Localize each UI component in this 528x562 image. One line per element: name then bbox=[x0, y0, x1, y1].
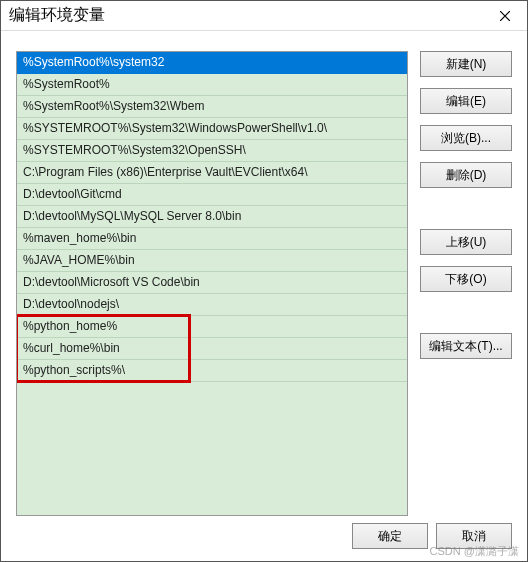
close-icon bbox=[500, 11, 510, 21]
list-item[interactable]: C:\Program Files (x86)\Enterprise Vault\… bbox=[17, 162, 407, 184]
list-item[interactable]: D:\devtool\MySQL\MySQL Server 8.0\bin bbox=[17, 206, 407, 228]
edit-button[interactable]: 编辑(E) bbox=[420, 88, 512, 114]
list-item[interactable]: D:\devtool\nodejs\ bbox=[17, 294, 407, 316]
path-list[interactable]: %SystemRoot%\system32%SystemRoot%%System… bbox=[16, 51, 408, 516]
list-item[interactable]: %SystemRoot%\system32 bbox=[17, 52, 407, 74]
browse-button[interactable]: 浏览(B)... bbox=[420, 125, 512, 151]
edit-text-button[interactable]: 编辑文本(T)... bbox=[420, 333, 512, 359]
cancel-button[interactable]: 取消 bbox=[436, 523, 512, 549]
new-button[interactable]: 新建(N) bbox=[420, 51, 512, 77]
list-item[interactable]: D:\devtool\Microsoft VS Code\bin bbox=[17, 272, 407, 294]
dialog-footer: 确定 取消 bbox=[352, 523, 512, 549]
move-down-button[interactable]: 下移(O) bbox=[420, 266, 512, 292]
list-item[interactable]: D:\devtool\Git\cmd bbox=[17, 184, 407, 206]
window-title: 编辑环境变量 bbox=[9, 5, 105, 26]
list-item[interactable]: %maven_home%\bin bbox=[17, 228, 407, 250]
button-column: 新建(N) 编辑(E) 浏览(B)... 删除(D) 上移(U) 下移(O) 编… bbox=[420, 51, 512, 516]
ok-button[interactable]: 确定 bbox=[352, 523, 428, 549]
list-item[interactable]: %JAVA_HOME%\bin bbox=[17, 250, 407, 272]
close-button[interactable] bbox=[483, 1, 527, 31]
list-item[interactable]: %SYSTEMROOT%\System32\WindowsPowerShell\… bbox=[17, 118, 407, 140]
list-item[interactable]: %SystemRoot%\System32\Wbem bbox=[17, 96, 407, 118]
list-item[interactable]: %curl_home%\bin bbox=[17, 338, 407, 360]
dialog-content: %SystemRoot%\system32%SystemRoot%%System… bbox=[1, 31, 527, 516]
list-item[interactable]: %python_scripts%\ bbox=[17, 360, 407, 382]
list-item[interactable]: %SYSTEMROOT%\System32\OpenSSH\ bbox=[17, 140, 407, 162]
titlebar: 编辑环境变量 bbox=[1, 1, 527, 31]
list-item[interactable]: %python_home% bbox=[17, 316, 407, 338]
move-up-button[interactable]: 上移(U) bbox=[420, 229, 512, 255]
delete-button[interactable]: 删除(D) bbox=[420, 162, 512, 188]
list-item[interactable]: %SystemRoot% bbox=[17, 74, 407, 96]
